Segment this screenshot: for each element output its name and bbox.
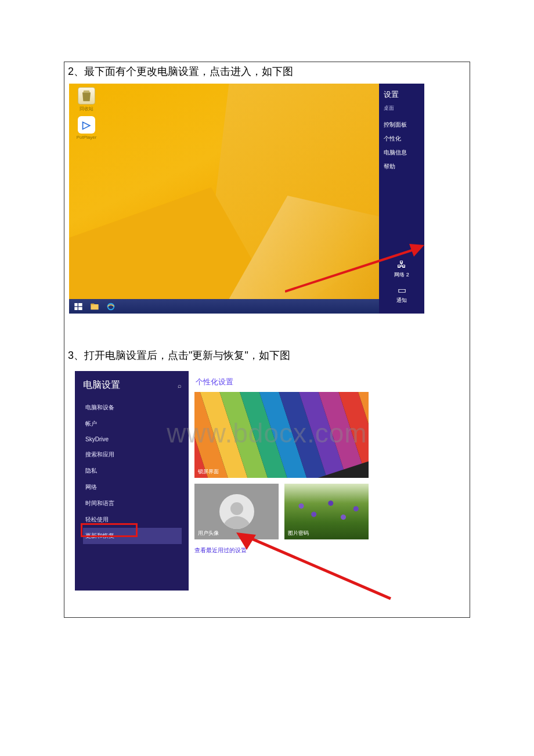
notification-icon: ▭ [384, 286, 420, 295]
sidebar-item-time-language[interactable]: 时间和语言 [83, 495, 182, 512]
svg-line-9 [248, 537, 391, 599]
desktop-wallpaper [69, 84, 424, 314]
settings-item-pc-info[interactable]: 电脑信息 [384, 146, 420, 160]
taskbar [69, 299, 379, 314]
sidebar-item-update-recovery[interactable]: 更新和恢复 [83, 528, 182, 544]
link-recent-settings[interactable]: 查看最近用过的设置 [194, 546, 247, 555]
svg-rect-0 [74, 303, 77, 306]
pc-settings-header: 电脑设置 [83, 379, 120, 391]
settings-charm-panel: 设置 桌面 控制面板 个性化 电脑信息 帮助 🖧 网络 2 ▭ 通知 [379, 84, 424, 314]
potplayer-icon: ▷ [78, 116, 95, 134]
svg-rect-3 [78, 307, 82, 309]
tile-caption: 锁屏界面 [198, 468, 219, 476]
settings-panel-subtitle: 桌面 [384, 105, 420, 112]
settings-tile-network[interactable]: 🖧 网络 2 [384, 260, 420, 279]
search-icon[interactable]: ⌕ [178, 382, 182, 389]
pc-settings-sidebar: 电脑设置 ⌕ 电脑和设备 帐户 SkyDrive 搜索和应用 隐私 网络 时间和… [75, 371, 189, 591]
step-2-caption: 2、最下面有个更改电脑设置，点击进入，如下图 [64, 62, 470, 84]
sidebar-item-privacy[interactable]: 隐私 [83, 463, 182, 479]
tile-lock-screen[interactable]: 锁屏界面 [194, 392, 369, 478]
start-button[interactable] [74, 302, 83, 311]
tile-user-avatar[interactable]: 用户头像 [194, 484, 279, 539]
personalization-heading: 个性化设置 [196, 377, 389, 387]
sidebar-item-pc-devices[interactable]: 电脑和设备 [83, 399, 182, 416]
settings-item-personalize[interactable]: 个性化 [384, 132, 420, 146]
avatar-icon [219, 494, 254, 529]
desktop-icon-potplayer[interactable]: ▷ PotPlayer [74, 116, 99, 140]
settings-panel-title: 设置 [384, 89, 420, 100]
sidebar-item-ease-of-access[interactable]: 轻松使用 [83, 512, 182, 528]
ie-icon[interactable] [106, 302, 116, 311]
document-page: 2、最下面有个更改电脑设置，点击进入，如下图 回收站 ▷ PotPlayer 设… [64, 62, 470, 618]
screenshot-desktop-settings: 回收站 ▷ PotPlayer 设置 桌面 控制面板 个性化 电脑信息 帮助 🖧… [69, 84, 424, 314]
svg-rect-5 [91, 303, 94, 305]
sidebar-item-network[interactable]: 网络 [83, 479, 182, 495]
sidebar-item-search-apps[interactable]: 搜索和应用 [83, 447, 182, 463]
network-icon: 🖧 [384, 260, 420, 269]
desktop-icon-label: PotPlayer [74, 135, 99, 140]
step-3-caption: 3、打开电脑设置后，点击"更新与恢复"，如下图 [64, 346, 470, 368]
annotation-arrow [232, 531, 394, 601]
tile-picture-password[interactable]: 图片密码 [284, 484, 369, 539]
desktop-icon-recycle-bin[interactable]: 回收站 [74, 87, 99, 112]
svg-rect-4 [91, 304, 98, 309]
screenshot-pc-settings: 电脑设置 ⌕ 电脑和设备 帐户 SkyDrive 搜索和应用 隐私 网络 时间和… [75, 371, 392, 591]
sidebar-item-skydrive[interactable]: SkyDrive [83, 432, 182, 447]
settings-tile-label: 通知 [384, 297, 420, 304]
pc-settings-main: 个性化设置 锁屏界面 [189, 371, 392, 591]
tile-caption: 用户头像 [198, 530, 219, 537]
desktop-icon-label: 回收站 [74, 106, 99, 112]
settings-tile-notifications[interactable]: ▭ 通知 [384, 286, 420, 304]
sidebar-item-accounts[interactable]: 帐户 [83, 416, 182, 432]
settings-item-control-panel[interactable]: 控制面板 [384, 118, 420, 132]
recycle-bin-icon [78, 87, 95, 105]
svg-rect-1 [78, 303, 82, 306]
svg-point-6 [108, 303, 114, 309]
settings-tile-label: 网络 2 [384, 271, 420, 279]
tile-caption: 图片密码 [288, 530, 309, 537]
svg-rect-2 [74, 307, 77, 309]
settings-item-help[interactable]: 帮助 [384, 160, 420, 174]
file-explorer-icon[interactable] [90, 302, 99, 311]
